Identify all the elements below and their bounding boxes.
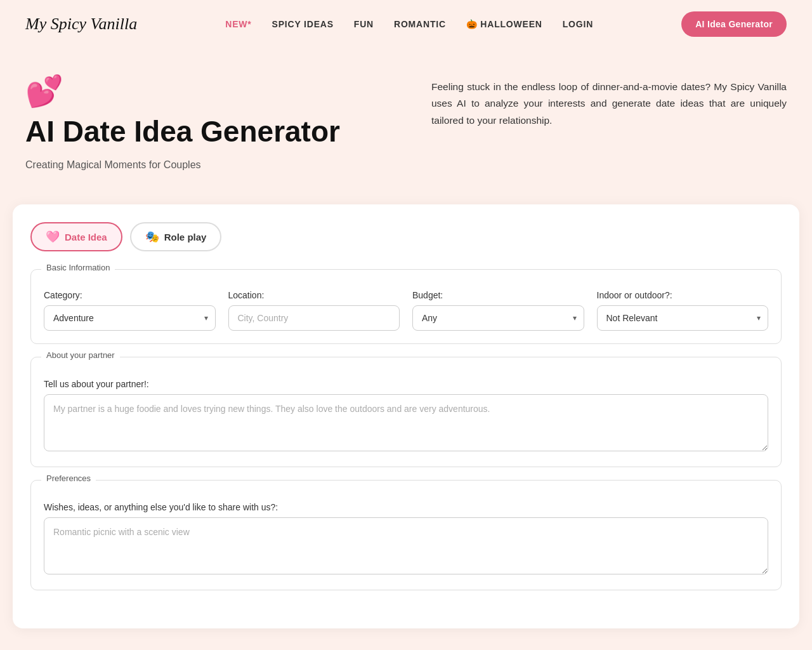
nav-link-new[interactable]: NEW* xyxy=(225,19,251,29)
tabs: 🩷 Date Idea 🎭 Role play xyxy=(30,222,782,251)
indoor-outdoor-select-wrapper: Not Relevant Indoor Outdoor Both xyxy=(597,305,769,331)
preferences-textarea[interactable] xyxy=(44,517,768,574)
budget-select-wrapper: Any Free $ $$ $$$ xyxy=(412,305,584,331)
location-label: Location: xyxy=(228,290,400,300)
tab-role-play[interactable]: 🎭 Role play xyxy=(130,222,222,251)
preferences-label: Wishes, ideas, or anything else you'd li… xyxy=(44,502,768,512)
partner-group: Tell us about your partner!: xyxy=(44,379,768,454)
hero-left: 💕 AI Date Idea Generator Creating Magica… xyxy=(25,74,355,173)
location-input[interactable] xyxy=(228,305,400,331)
nav-link-romantic[interactable]: ROMANTIC xyxy=(394,19,446,29)
budget-label: Budget: xyxy=(412,290,584,300)
nav-link-halloween[interactable]: 🎃 HALLOWEEN xyxy=(466,19,542,29)
preferences-group: Wishes, ideas, or anything else you'd li… xyxy=(44,502,768,577)
hero-title: 💕 AI Date Idea Generator xyxy=(25,74,355,149)
date-idea-label: Date Idea xyxy=(65,232,107,242)
category-select[interactable]: Adventure Romantic Fun Spicy Halloween xyxy=(44,305,216,331)
hero-description: Feeling stuck in the endless loop of din… xyxy=(431,74,787,129)
navbar: My Spicy Vanilla NEW* SPICY IDEAS FUN RO… xyxy=(0,0,812,48)
nav-link-fun[interactable]: FUN xyxy=(354,19,374,29)
indoor-outdoor-select[interactable]: Not Relevant Indoor Outdoor Both xyxy=(597,305,769,331)
indoor-outdoor-group: Indoor or outdoor?: Not Relevant Indoor … xyxy=(597,290,769,331)
category-label: Category: xyxy=(44,290,216,300)
role-play-label: Role play xyxy=(164,232,207,242)
about-partner-section: About your partner Tell us about your pa… xyxy=(30,357,782,467)
basic-info-section: Basic Information Category: Adventure Ro… xyxy=(30,269,782,344)
nav-links: NEW* SPICY IDEAS FUN ROMANTIC 🎃 HALLOWEE… xyxy=(225,19,593,29)
tab-date-idea[interactable]: 🩷 Date Idea xyxy=(30,222,122,251)
nav-link-spicy[interactable]: SPICY IDEAS xyxy=(272,19,334,29)
ai-generator-button[interactable]: AI Idea Generator xyxy=(681,11,787,37)
main-card: 🩷 Date Idea 🎭 Role play Basic Informatio… xyxy=(13,204,799,628)
basic-info-row: Category: Adventure Romantic Fun Spicy H… xyxy=(44,290,768,331)
category-select-wrapper: Adventure Romantic Fun Spicy Halloween xyxy=(44,305,216,331)
nav-link-login[interactable]: LOGIN xyxy=(563,19,593,29)
budget-select[interactable]: Any Free $ $$ $$$ xyxy=(412,305,584,331)
partner-label: Tell us about your partner!: xyxy=(44,379,768,389)
indoor-outdoor-label: Indoor or outdoor?: xyxy=(597,290,769,300)
role-play-emoji: 🎭 xyxy=(145,230,159,244)
budget-group: Budget: Any Free $ $$ $$$ xyxy=(412,290,584,331)
preferences-section: Preferences Wishes, ideas, or anything e… xyxy=(30,480,782,590)
date-idea-emoji: 🩷 xyxy=(46,230,60,244)
hero-subtitle: Creating Magical Moments for Couples xyxy=(25,157,355,173)
about-partner-legend: About your partner xyxy=(41,350,120,360)
logo[interactable]: My Spicy Vanilla xyxy=(25,15,137,34)
hero-section: 💕 AI Date Idea Generator Creating Magica… xyxy=(0,48,812,204)
preferences-legend: Preferences xyxy=(41,474,96,483)
location-group: Location: xyxy=(228,290,400,331)
category-group: Category: Adventure Romantic Fun Spicy H… xyxy=(44,290,216,331)
partner-textarea[interactable] xyxy=(44,394,768,451)
hero-emoji: 💕 xyxy=(25,74,63,109)
basic-info-legend: Basic Information xyxy=(41,263,115,272)
